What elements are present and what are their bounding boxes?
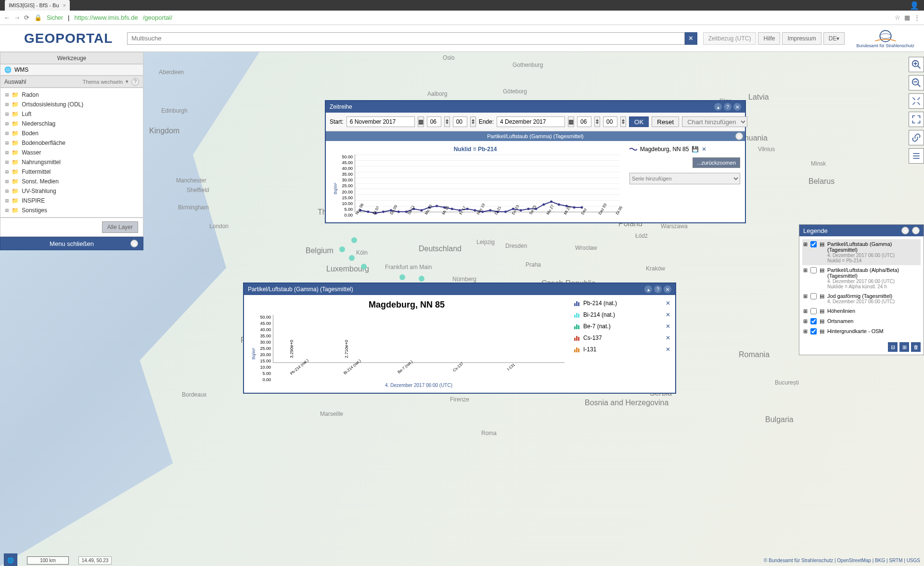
theme-switch-link[interactable]: Thema wechseln bbox=[83, 79, 123, 85]
end-hour-input[interactable] bbox=[577, 116, 591, 127]
line-chart-plot[interactable] bbox=[355, 154, 620, 212]
trash-icon[interactable]: 🗑 bbox=[911, 342, 921, 352]
extension-icon[interactable]: ▦ bbox=[904, 14, 910, 21]
zeitreihe-title[interactable]: Zeitreihe ▴ ? ✕ bbox=[326, 101, 745, 113]
menu-close-bar[interactable]: Menu schließen ▴ bbox=[0, 237, 143, 250]
expand-all-icon[interactable]: ⊞ bbox=[899, 342, 909, 352]
remove-icon[interactable]: ✕ bbox=[666, 300, 670, 307]
map-tools bbox=[909, 57, 924, 164]
save-icon[interactable]: 💾 bbox=[692, 146, 699, 153]
series-add-select[interactable]: Serie hinzufügen bbox=[629, 173, 740, 184]
wms-row[interactable]: 🌐 WMS bbox=[0, 64, 143, 76]
layer-checkbox[interactable] bbox=[810, 328, 817, 334]
zoom-out-button[interactable] bbox=[909, 75, 924, 90]
impressum-button[interactable]: Impressum bbox=[782, 32, 821, 45]
remove-icon[interactable]: ✕ bbox=[666, 334, 670, 341]
zoom-in-button[interactable] bbox=[909, 57, 924, 72]
url-path[interactable]: /geoportal/ bbox=[143, 14, 172, 21]
browser-tab[interactable]: IMIS3[GIS] - BfS - Bu × bbox=[5, 0, 70, 11]
legend-entry[interactable]: ⊞▤Partikel/Luftstaub (Alpha/Beta) (Tages… bbox=[802, 265, 921, 291]
end-min-input[interactable] bbox=[603, 116, 617, 127]
stepper-icon[interactable]: ⇕ bbox=[594, 116, 600, 127]
layer-checkbox[interactable] bbox=[810, 308, 817, 314]
svg-point-0 bbox=[880, 30, 891, 41]
zoom-out-chart-button[interactable]: ...zurückzoomen bbox=[693, 157, 740, 168]
x-axis-ticks: Pb-214 (nat.)Bi-214 (nat.)Be-7 (nat.)Cs-… bbox=[273, 365, 565, 369]
layer-checkbox[interactable] bbox=[810, 241, 817, 247]
legend-entry[interactable]: ⊞▤Hintergrundkarte - OSM bbox=[802, 326, 921, 336]
tree-item[interactable]: ⊞📁UV-Strahlung bbox=[0, 186, 143, 196]
language-select[interactable]: DE ▾ bbox=[823, 32, 845, 45]
stepper-icon[interactable]: ⇕ bbox=[470, 116, 476, 127]
legend-entry[interactable]: ⊞▤Höhenlinien bbox=[802, 306, 921, 316]
tree-item[interactable]: ⊞📁Boden bbox=[0, 129, 143, 138]
remove-icon[interactable]: ✕ bbox=[666, 346, 670, 353]
ok-button[interactable]: OK bbox=[629, 116, 649, 127]
reset-button[interactable]: Reset bbox=[652, 116, 679, 127]
tree-item[interactable]: ⊞📁Radon bbox=[0, 90, 143, 100]
time-ref-button[interactable]: Zeitbezug (UTC) bbox=[703, 32, 757, 45]
reload-icon[interactable]: ⟳ bbox=[24, 14, 29, 21]
help-icon[interactable]: ? bbox=[654, 285, 662, 293]
collapse-icon[interactable]: ▴ bbox=[714, 103, 722, 111]
tree-item[interactable]: ⊞📁Futtermittel bbox=[0, 167, 143, 177]
layer-checkbox[interactable] bbox=[810, 318, 817, 324]
search-input[interactable] bbox=[127, 32, 684, 45]
projection-button[interactable]: 🌐 bbox=[4, 553, 17, 566]
tree-item[interactable]: ⊞📁Luft bbox=[0, 109, 143, 119]
start-min-input[interactable] bbox=[453, 116, 467, 127]
chart-add-select[interactable]: Chart hinzufügen bbox=[682, 116, 747, 127]
calendar-icon[interactable]: ▦ bbox=[568, 116, 574, 127]
clear-search-button[interactable]: ✕ bbox=[685, 32, 697, 45]
legend-entry[interactable]: ⊞▤Jod gasförmig (Tagesmittel)4. Dezember… bbox=[802, 291, 921, 306]
help-icon[interactable]: ? bbox=[724, 103, 732, 111]
legend-entry[interactable]: ⊞▤Ortsnamen bbox=[802, 316, 921, 326]
fullscreen-button[interactable] bbox=[909, 112, 924, 127]
close-icon[interactable]: × bbox=[63, 2, 66, 8]
back-icon[interactable]: ← bbox=[4, 14, 10, 21]
folder-icon: 📁 bbox=[12, 101, 19, 108]
help-button[interactable]: Hilfe bbox=[758, 32, 780, 45]
chevron-down-icon[interactable]: ▾ bbox=[126, 78, 128, 85]
tree-item[interactable]: ⊞📁Nahrungsmittel bbox=[0, 157, 143, 167]
tree-item[interactable]: ⊞📁Bodenoberfläche bbox=[0, 138, 143, 148]
tree-item[interactable]: ⊞📁INSPIRE bbox=[0, 196, 143, 206]
layer-checkbox[interactable] bbox=[810, 293, 817, 299]
link-button[interactable] bbox=[909, 130, 924, 145]
help-icon[interactable]: ? bbox=[131, 78, 139, 86]
tree-item[interactable]: ⊞📁Wasser bbox=[0, 148, 143, 157]
close-icon[interactable]: ✕ bbox=[664, 285, 671, 293]
list-button[interactable] bbox=[909, 148, 924, 164]
alle-layer-button[interactable]: Alle Layer bbox=[102, 221, 138, 233]
help-icon[interactable]: ? bbox=[912, 227, 920, 234]
collapse-icon[interactable]: ▾ bbox=[901, 227, 909, 234]
stepper-icon[interactable]: ⇕ bbox=[620, 116, 626, 127]
start-hour-input[interactable] bbox=[427, 116, 441, 127]
remove-icon[interactable]: ✕ bbox=[666, 323, 670, 330]
tree-item[interactable]: ⊞📁Niederschlag bbox=[0, 119, 143, 129]
collapse-all-icon[interactable]: ⊟ bbox=[888, 342, 898, 352]
start-date-input[interactable] bbox=[346, 116, 415, 127]
collapse-icon[interactable]: ▴ bbox=[644, 285, 652, 293]
end-date-input[interactable] bbox=[497, 116, 565, 127]
tree-item[interactable]: ⊞📁Ortsdosisleistung (ODL) bbox=[0, 100, 143, 109]
star-icon[interactable]: ☆ bbox=[895, 14, 900, 21]
url-host[interactable]: https://www.imis.bfs.de bbox=[74, 14, 138, 21]
tree-item[interactable]: ⊞📁Sonst. Medien bbox=[0, 177, 143, 186]
barchart-title[interactable]: Partikel/Luftstaub (Gamma) (Tagesmittel)… bbox=[244, 283, 675, 295]
user-icon[interactable]: 👤 bbox=[910, 1, 919, 10]
tree-item[interactable]: ⊞📁Sonstiges bbox=[0, 206, 143, 215]
layer-checkbox[interactable] bbox=[810, 267, 817, 273]
forward-icon[interactable]: → bbox=[14, 14, 20, 21]
close-icon[interactable]: ✕ bbox=[733, 103, 741, 111]
menu-icon[interactable]: ⋮ bbox=[914, 14, 920, 21]
close-icon[interactable]: ✕ bbox=[735, 132, 743, 140]
remove-icon[interactable]: ✕ bbox=[666, 311, 670, 318]
legend-entry[interactable]: ⊞▤Partikel/Luftstaub (Gamma) (Tagesmitte… bbox=[802, 239, 921, 265]
close-icon[interactable]: ✕ bbox=[702, 146, 706, 153]
stepper-icon[interactable]: ⇕ bbox=[444, 116, 450, 127]
legende-header[interactable]: Legende ▾ ? bbox=[799, 225, 924, 236]
collapse-icon[interactable]: ▴ bbox=[130, 240, 138, 247]
calendar-icon[interactable]: ▦ bbox=[418, 116, 424, 127]
extent-button[interactable] bbox=[909, 93, 924, 109]
